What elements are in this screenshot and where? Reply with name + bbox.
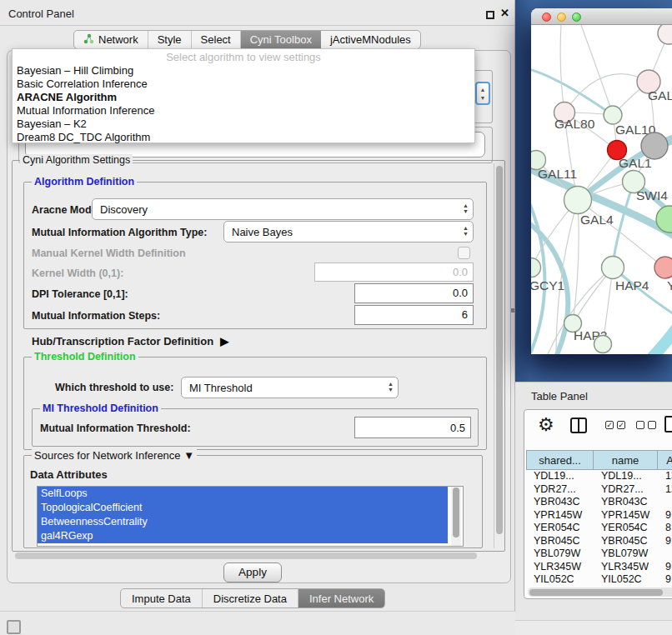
- table-row[interactable]: YLR345WYLR345W9.: [526, 561, 672, 574]
- dpi-tolerance-label: DPI Tolerance [0,1]:: [32, 288, 128, 300]
- zoom-traffic-light-icon[interactable]: [572, 12, 581, 22]
- minimize-traffic-light-icon[interactable]: [557, 12, 566, 22]
- dropdown-item[interactable]: Basic Correlation Inference: [13, 78, 474, 91]
- scrollbar-thumb[interactable]: [453, 488, 459, 538]
- attribute-list-item[interactable]: BetweennessCentrality: [38, 515, 448, 529]
- table-cell: YLR345W: [594, 561, 658, 574]
- dropdown-item[interactable]: Bayesian – Hill Climbing: [13, 64, 474, 78]
- table-cell: YER054C: [594, 522, 658, 535]
- attribute-list-item[interactable]: TopologicalCoefficient: [38, 501, 448, 515]
- column-header[interactable]: A: [658, 450, 672, 470]
- mi-threshold-input[interactable]: 0.5: [354, 417, 471, 438]
- tab-style[interactable]: Style: [148, 31, 192, 48]
- column-header[interactable]: shared...: [526, 450, 594, 470]
- network-node[interactable]: [658, 25, 672, 44]
- table-row[interactable]: YBR043CYBR043C: [526, 496, 672, 509]
- hub-definition-toggle[interactable]: Hub/Transcription Factor Definition▶: [32, 335, 228, 348]
- table-cell: YBR045C: [594, 535, 658, 548]
- table-cell: 8.: [658, 522, 672, 535]
- dropdown-prompt: Select algorithm to view settings: [13, 49, 474, 64]
- network-edge[interactable]: [581, 25, 613, 114]
- mi-steps-input[interactable]: 6: [354, 305, 474, 325]
- network-node[interactable]: [531, 258, 541, 278]
- table-cell: YBL079W: [526, 548, 594, 561]
- network-icon: [83, 33, 94, 47]
- table-row[interactable]: YDL19...YDL19...13: [526, 470, 672, 483]
- table-cell: YIL052C: [526, 573, 594, 584]
- sources-toggle[interactable]: Sources for Network Inference ▼: [32, 449, 197, 462]
- tab-select[interactable]: Select: [192, 31, 241, 48]
- checked-checkbox-icon[interactable]: ✓: [617, 421, 625, 429]
- columns-icon[interactable]: [570, 418, 587, 433]
- close-icon[interactable]: ✕: [500, 7, 509, 19]
- network-edge[interactable]: [613, 182, 634, 267]
- scrollbar-thumb[interactable]: [529, 589, 663, 596]
- node-label: GAL80: [554, 117, 595, 131]
- network-canvas[interactable]: GALGAL80GAL10GAL1GAL11SWI4GAL4GCY1HAP4YH…: [531, 25, 672, 354]
- table-row[interactable]: YBR045CYBR045C9.: [526, 535, 672, 548]
- column-header[interactable]: name: [594, 450, 658, 470]
- tab-impute-data[interactable]: Impute Data: [121, 589, 203, 608]
- tab-discretize-data[interactable]: Discretize Data: [203, 589, 298, 608]
- network-node[interactable]: [602, 257, 624, 279]
- dropdown-item[interactable]: Bayesian – K2: [13, 118, 474, 131]
- unchecked-checkbox-icon[interactable]: [636, 421, 644, 429]
- network-node[interactable]: [604, 106, 622, 124]
- apply-button[interactable]: Apply: [223, 562, 282, 582]
- tab-infer-network[interactable]: Infer Network: [298, 589, 384, 608]
- table-horizontal-scrollbar[interactable]: [528, 588, 672, 597]
- table-cell: YIL052C: [594, 573, 658, 584]
- manual-kernel-width-checkbox[interactable]: [458, 247, 470, 259]
- attribute-list-item[interactable]: SelfLoops: [38, 487, 448, 501]
- mi-algorithm-type-combo[interactable]: Naive Bayes ▲▼: [223, 221, 474, 242]
- dpi-tolerance-input[interactable]: 0.0: [354, 283, 474, 303]
- table-header-row: shared... name A: [526, 450, 672, 470]
- table-panel: Table Panel ⚙ ✓ ✓ shared... name A YDL19…: [515, 382, 672, 635]
- kernel-width-input[interactable]: 0.0: [314, 262, 474, 282]
- network-view-window[interactable]: GALGAL80GAL10GAL1GAL11SWI4GAL4GCY1HAP4YH…: [531, 8, 672, 354]
- network-edge[interactable]: [560, 25, 564, 112]
- table-row[interactable]: YDR27...YDR27...12: [526, 483, 672, 497]
- attributes-scrollbar[interactable]: [451, 487, 461, 546]
- attribute-list-item[interactable]: gal4RGexp: [38, 529, 448, 543]
- splitter-handle[interactable]: [511, 308, 514, 312]
- scrollbar-thumb[interactable]: [15, 552, 477, 559]
- table-row[interactable]: YER054CYER054C8.: [526, 522, 672, 535]
- table-cell: 9.: [658, 535, 672, 548]
- combo-stepper-icon: ▲▼: [463, 199, 469, 219]
- tab-cyni-toolbox[interactable]: Cyni Toolbox: [241, 31, 321, 48]
- table-cell: YPR145W: [526, 509, 594, 522]
- table-row[interactable]: YPR145WYPR145W9.: [526, 509, 672, 522]
- tab-jactivemnodules[interactable]: jActiveMNodules: [321, 31, 420, 48]
- dropdown-item[interactable]: ARACNE Algorithm: [13, 91, 474, 104]
- settings-vertical-scrollbar[interactable]: [494, 163, 504, 548]
- tab-network[interactable]: Network: [74, 31, 148, 48]
- gear-icon[interactable]: ⚙: [538, 414, 554, 436]
- close-traffic-light-icon[interactable]: [542, 12, 551, 22]
- scrollbar-thumb[interactable]: [496, 166, 503, 534]
- network-node[interactable]: [654, 257, 672, 278]
- table-row[interactable]: YIL052CYIL052C9: [526, 573, 672, 584]
- document-icon[interactable]: [664, 416, 672, 432]
- minimized-panel-icon[interactable]: [7, 620, 21, 634]
- expand-arrow-icon: ▶: [220, 335, 228, 348]
- dropdown-item[interactable]: Dream8 DC_TDC Algorithm: [13, 131, 474, 144]
- checked-checkbox-icon[interactable]: ✓: [605, 421, 614, 429]
- which-threshold-combo[interactable]: MI Threshold ▲▼: [181, 377, 399, 398]
- table-row[interactable]: YBL079WYBL079W: [526, 548, 672, 561]
- group-title: MI Threshold Definition: [40, 402, 161, 414]
- settings-horizontal-scrollbar[interactable]: [13, 552, 490, 560]
- network-edge[interactable]: [653, 322, 672, 354]
- unchecked-checkbox-icon[interactable]: [648, 421, 656, 429]
- algorithm-combo-stepper[interactable]: ▲▼: [475, 82, 490, 105]
- network-edge[interactable]: [573, 200, 579, 323]
- data-attributes-list[interactable]: SelfLoopsTopologicalCoefficientBetweenne…: [37, 486, 464, 547]
- group-title: Cyni Algorithm Settings: [20, 154, 133, 166]
- dropdown-item[interactable]: Mutual Information Inference: [13, 104, 474, 118]
- table-cell: 12: [658, 483, 672, 497]
- network-window-titlebar[interactable]: [531, 8, 672, 25]
- network-node[interactable]: [594, 336, 612, 353]
- float-window-icon[interactable]: [486, 11, 494, 19]
- network-node[interactable]: [564, 187, 592, 214]
- aracne-mode-combo[interactable]: Discovery ▲▼: [92, 198, 474, 220]
